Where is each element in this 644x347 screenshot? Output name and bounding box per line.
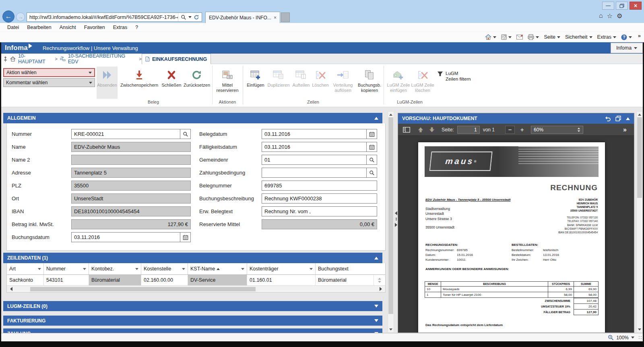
back-button[interactable]: ← xyxy=(2,10,14,23)
section-lugm-zeilen-header[interactable]: LUGM-ZEILEN (0) xyxy=(3,301,382,311)
field-zahlungsbedingung[interactable] xyxy=(262,168,377,178)
mittel-reservieren-button[interactable]: Mittel reservieren xyxy=(215,66,240,99)
feeds-button[interactable] xyxy=(501,34,512,40)
zoom-menu-icon[interactable] xyxy=(631,337,634,339)
spinner-down-icon[interactable] xyxy=(578,130,580,132)
expand-icon[interactable] xyxy=(374,319,378,322)
browser-tab[interactable]: EDV-Zubehör Maus - INFO... × xyxy=(205,12,280,23)
tab-close-icon[interactable]: × xyxy=(274,15,277,21)
breadcrumb-sachbearbeitung[interactable]: 10-SACHBEARBEITUNG EDV xyxy=(68,53,137,64)
spinner-up-icon[interactable] xyxy=(578,127,580,129)
menu-datei[interactable]: Datei xyxy=(3,25,23,30)
collapse-icon[interactable] xyxy=(626,117,630,120)
scroll-down-icon[interactable] xyxy=(389,328,392,330)
scroll-right-icon[interactable] xyxy=(380,287,382,291)
column-menu-icon[interactable] xyxy=(310,268,313,270)
infoma-user-menu[interactable]: Infoma xyxy=(611,43,643,53)
date-picker-button[interactable] xyxy=(180,233,190,242)
scroll-up-icon[interactable] xyxy=(389,114,392,116)
horizontal-scrollbar[interactable] xyxy=(7,285,385,292)
section-fakturierung-header[interactable]: FAKTURIERUNG xyxy=(3,316,382,326)
field-erw-belegtext[interactable]: Rechnung Nr. vom , xyxy=(262,206,377,216)
breadcrumb-active-tab[interactable]: EINKAUFSRECHNUNG xyxy=(142,54,211,64)
section-zeilendaten-header[interactable]: ZEILENDATEN (1) xyxy=(3,253,382,263)
chevron-down-icon[interactable] xyxy=(378,281,381,283)
page-number-input[interactable]: 1 xyxy=(457,126,480,134)
menu-ansicht[interactable]: Ansicht xyxy=(56,25,80,30)
address-bar[interactable]: http://rwf3.infomademo.lokal/#/kwfEditFo… xyxy=(27,12,202,22)
column-buchungstext[interactable]: Buchungstext xyxy=(316,263,374,274)
left-panel-scrollbar[interactable] xyxy=(388,111,394,333)
favorites-star-icon[interactable]: ☆ xyxy=(607,12,613,20)
copy-icon[interactable] xyxy=(615,116,621,121)
lookup-button[interactable] xyxy=(366,155,377,164)
zoom-in-button[interactable]: + xyxy=(517,126,527,134)
safety-menu[interactable]: Sicherheit xyxy=(565,34,592,40)
page-menu[interactable]: Seite xyxy=(544,34,560,40)
maximize-button[interactable] xyxy=(616,2,628,10)
close-button[interactable]: × xyxy=(630,2,642,10)
chevron-more-icon[interactable]: » xyxy=(638,33,641,39)
undo-icon[interactable] xyxy=(605,116,611,121)
search-icon[interactable] xyxy=(181,15,186,20)
column-kst-name[interactable]: KST-Name xyxy=(188,263,247,274)
read-mail-button[interactable] xyxy=(516,35,523,39)
column-menu-icon[interactable] xyxy=(182,268,185,270)
tools-menu[interactable]: Extras xyxy=(597,34,616,40)
resize-grip[interactable] xyxy=(638,336,642,340)
column-menu-icon[interactable] xyxy=(135,268,138,270)
lugm-zeilen-filtern-button[interactable]: LuGM Zeilen filtern xyxy=(437,71,472,82)
field-belegnummer[interactable]: 699785 xyxy=(262,181,377,191)
menu-hilfe[interactable]: ? xyxy=(131,25,142,30)
table-row[interactable]: Sachkonto 543101 Büromaterial 02.160.00.… xyxy=(7,275,385,285)
collapse-right-icon[interactable] xyxy=(395,223,397,227)
preview-header[interactable]: VORSCHAU: HAUPTDOKUMENT xyxy=(398,113,634,124)
column-art[interactable]: Art xyxy=(7,263,44,274)
date-picker-button[interactable] xyxy=(366,142,377,152)
lookup-button[interactable] xyxy=(366,168,377,177)
chevron-up-icon[interactable] xyxy=(378,278,381,280)
column-nummer[interactable]: Nummer xyxy=(44,263,89,274)
scroll-down-icon[interactable] xyxy=(638,328,641,330)
lookup-button[interactable] xyxy=(180,129,190,139)
new-tab-button[interactable] xyxy=(281,12,290,22)
preview-scrollbar[interactable] xyxy=(636,111,643,333)
address-dropdown-icon[interactable] xyxy=(188,16,192,18)
buchungsbeschreibung-kopieren-button[interactable]: Buchungsb. kopieren xyxy=(357,66,382,99)
zoom-level-label[interactable]: 100% xyxy=(616,335,629,341)
refresh-icon[interactable] xyxy=(194,15,199,20)
expand-icon[interactable] xyxy=(374,305,378,308)
field-nummer[interactable]: KRE-000021 xyxy=(71,129,191,139)
date-picker-button[interactable] xyxy=(366,129,377,139)
aktion-waehlen-dropdown[interactable]: Aktion wählen xyxy=(3,68,95,77)
einfuegen-button[interactable]: Einfügen xyxy=(245,66,266,99)
forward-button[interactable]: → xyxy=(16,12,25,21)
pin-icon[interactable] xyxy=(3,56,8,62)
home-icon[interactable] xyxy=(10,56,16,62)
scrollbar-thumb[interactable] xyxy=(30,287,256,291)
column-menu-icon[interactable] xyxy=(83,268,86,270)
panel-splitter[interactable] xyxy=(395,211,397,227)
zuruecksetzen-button[interactable]: Zurücksetzen xyxy=(184,66,210,99)
menu-favoriten[interactable]: Favoriten xyxy=(80,25,109,30)
column-menu-icon[interactable] xyxy=(38,268,41,270)
menu-bearbeiten[interactable]: Bearbeiten xyxy=(23,25,55,30)
field-faelligkeitsdatum[interactable]: 03.11.2016 xyxy=(262,142,377,152)
zwischenspeichern-button[interactable]: Zwischenspeichern xyxy=(119,66,159,99)
scroll-left-icon[interactable] xyxy=(10,287,12,291)
print-button[interactable] xyxy=(528,34,539,40)
minimize-button[interactable]: — xyxy=(602,2,614,10)
pdf-viewport[interactable]: maus® RECHNUNG EDV Zubehör Maus - Tannen… xyxy=(398,136,634,332)
toolbar-more-icon[interactable]: » xyxy=(623,126,627,133)
column-menu-icon[interactable] xyxy=(241,268,244,270)
kommentar-waehlen-dropdown[interactable]: Kommentar wählen xyxy=(3,78,95,87)
page-up-icon[interactable] xyxy=(417,127,424,133)
menu-extras[interactable]: Extras xyxy=(109,25,131,30)
scroll-up-icon[interactable] xyxy=(638,114,641,116)
help-menu[interactable]: ? xyxy=(621,34,632,40)
column-kostenstelle[interactable]: Kostenstelle xyxy=(141,263,188,274)
column-kontobez[interactable]: Kontobez. xyxy=(89,263,141,274)
section-allgemein-header[interactable]: ALLGEMEIN xyxy=(3,113,382,123)
section-zahlung-header[interactable]: ZAHLUNG xyxy=(3,328,382,333)
collapse-icon[interactable] xyxy=(374,257,378,260)
